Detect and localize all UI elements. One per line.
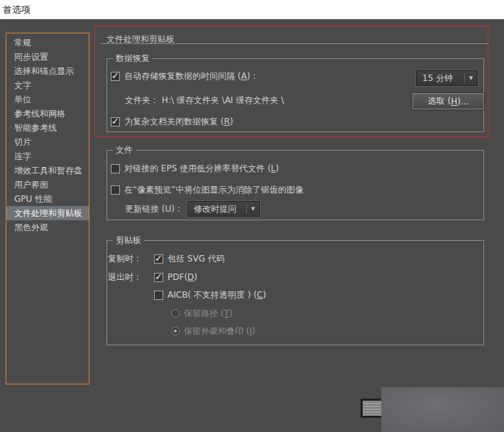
eps-lowres-row: 对链接的 EPS 使用低分辨率替代文件 (L) <box>111 161 279 176</box>
choose-folder-button[interactable]: 选取 (H)... <box>412 93 484 109</box>
label-fragment: ) : <box>247 71 256 81</box>
label-fragment: ) <box>275 163 279 173</box>
sidebar-item-sync-settings[interactable]: 同步设置 <box>6 50 89 64</box>
autosave-checkbox[interactable] <box>111 72 120 81</box>
sidebar-item-user-interface[interactable]: 用户界面 <box>6 178 89 192</box>
update-links-label: 更新链接 (U) : <box>125 201 180 217</box>
label-fragment: 保留外观和叠印 ( <box>184 326 250 336</box>
autosave-label[interactable]: 自动存储恢复数据的时间间隔 (A) : <box>124 70 256 82</box>
mnemonic: T <box>224 308 229 318</box>
eps-lowres-checkbox[interactable] <box>111 164 120 173</box>
folder-label: 文件夹 : <box>125 94 156 107</box>
label-fragment: PDF( <box>168 272 187 282</box>
update-links-value: 修改时提问 <box>188 203 246 215</box>
clipboard-legend: 剪贴板 <box>113 235 144 246</box>
mnemonic: D <box>187 272 194 282</box>
include-svg-checkbox[interactable] <box>154 254 163 264</box>
page-title: 首选项 <box>3 4 31 16</box>
files-legend: 文件 <box>113 145 136 156</box>
overlay-artifact <box>381 387 504 432</box>
preferences-window: 首选项 常规 同步设置 选择和锚点显示 文字 单位 参考线和网格 智能参考线 切… <box>0 0 504 432</box>
preserve-appearance-radio[interactable] <box>171 327 180 335</box>
chevron-down-icon: ▼ <box>465 75 477 81</box>
label-fragment: ) <box>194 272 197 282</box>
label-fragment: 对链接的 EPS 使用低分辨率替代文件 ( <box>124 163 271 173</box>
update-links-dropdown[interactable]: 修改时提问 ▼ <box>187 201 260 217</box>
sidebar-item-file-handling-clipboard[interactable]: 文件处理和剪贴板 <box>6 206 89 220</box>
sidebar-item-selection-anchor-display[interactable]: 选择和锚点显示 <box>6 64 89 78</box>
autosave-row: 自动存储恢复数据的时间间隔 (A) : <box>111 68 256 84</box>
pdf-checkbox[interactable] <box>154 273 163 282</box>
pixel-preview-label[interactable]: 在“像素预览”中将位图显示为消除了锯齿的图像 <box>124 184 303 196</box>
aicb-row: AICB( 不支持透明度 ) (C) <box>154 287 266 303</box>
label-fragment: 保留路径 ( <box>184 308 224 318</box>
mnemonic: A <box>241 71 247 81</box>
sidebar-item-guides-grid[interactable]: 参考线和网格 <box>6 107 89 121</box>
preserve-paths-label: 保留路径 (T) <box>184 308 233 320</box>
sidebar-item-slices[interactable]: 切片 <box>6 135 89 149</box>
eps-lowres-label[interactable]: 对链接的 EPS 使用低分辨率替代文件 (L) <box>124 163 279 175</box>
label-fragment: AICB( 不支持透明度 ) ( <box>168 290 257 300</box>
titlebar: 首选项 <box>0 0 504 19</box>
sidebar-item-general[interactable]: 常规 <box>6 36 89 50</box>
folder-row: 文件夹 : H:\ 缓存文件夹 \AI 缓存文件夹 \ <box>125 92 284 108</box>
on-copy-label: 复制时 : <box>108 251 139 266</box>
preserve-paths-row: 保留路径 (T) <box>171 306 233 321</box>
turnoff-recovery-label[interactable]: 为复杂文档关闭数据恢复 (R) <box>124 116 234 128</box>
sidebar-item-type[interactable]: 文字 <box>6 78 89 92</box>
mnemonic: R <box>224 117 230 126</box>
pixel-preview-row: 在“像素预览”中将位图显示为消除了锯齿的图像 <box>111 182 303 198</box>
interval-dropdown[interactable]: 15 分钟 ▼ <box>416 70 478 86</box>
pixel-preview-checkbox[interactable] <box>111 185 120 195</box>
pdf-label[interactable]: PDF(D) <box>168 272 197 282</box>
aicb-checkbox[interactable] <box>154 291 163 300</box>
category-list: 常规 同步设置 选择和锚点显示 文字 单位 参考线和网格 智能参考线 切片 连字… <box>6 33 89 384</box>
label-fragment: ) <box>229 308 233 318</box>
preserve-appearance-label: 保留外观和叠印 (I) <box>184 325 256 338</box>
chevron-down-icon: ▼ <box>247 206 259 212</box>
include-svg-label[interactable]: 包括 SVG 代码 <box>168 253 225 265</box>
mnemonic: C <box>257 290 263 300</box>
data-recovery-legend: 数据恢复 <box>113 53 153 64</box>
sidebar-item-plugins-scratch-disks[interactable]: 增效工具和暂存盘 <box>6 163 89 178</box>
label-fragment: ) <box>263 290 266 300</box>
label-fragment: 选取 ( <box>428 95 451 107</box>
include-svg-row: 包括 SVG 代码 <box>154 251 225 266</box>
interval-value: 15 分钟 <box>417 72 464 85</box>
preserve-paths-radio[interactable] <box>171 309 180 318</box>
sidebar-item-smart-guides[interactable]: 智能参考线 <box>6 121 89 135</box>
label-fragment: ) <box>230 117 234 126</box>
folder-path: H:\ 缓存文件夹 \AI 缓存文件夹 \ <box>162 94 284 107</box>
mnemonic: H <box>451 97 457 107</box>
on-quit-label: 退出时 : <box>108 269 139 285</box>
pdf-row: PDF(D) <box>154 269 197 285</box>
title-separator <box>101 43 488 44</box>
sidebar-item-appearance-of-black[interactable]: 黑色外观 <box>6 220 89 234</box>
label-fragment: 为复杂文档关闭数据恢复 ( <box>124 117 224 126</box>
sidebar-item-hyphenation[interactable]: 连字 <box>6 149 89 163</box>
aicb-label[interactable]: AICB( 不支持透明度 ) (C) <box>168 289 266 301</box>
label-fragment: 自动存储恢复数据的时间间隔 ( <box>124 71 241 81</box>
turnoff-recovery-row: 为复杂文档关闭数据恢复 (R) <box>111 114 234 129</box>
label-fragment: )... <box>457 97 469 107</box>
label-fragment: ) <box>252 326 256 336</box>
turnoff-recovery-checkbox[interactable] <box>111 117 120 126</box>
sidebar-item-gpu-performance[interactable]: GPU 性能 <box>6 192 89 206</box>
sidebar-item-units[interactable]: 单位 <box>6 92 89 107</box>
preserve-appearance-row: 保留外观和叠印 (I) <box>171 323 256 339</box>
